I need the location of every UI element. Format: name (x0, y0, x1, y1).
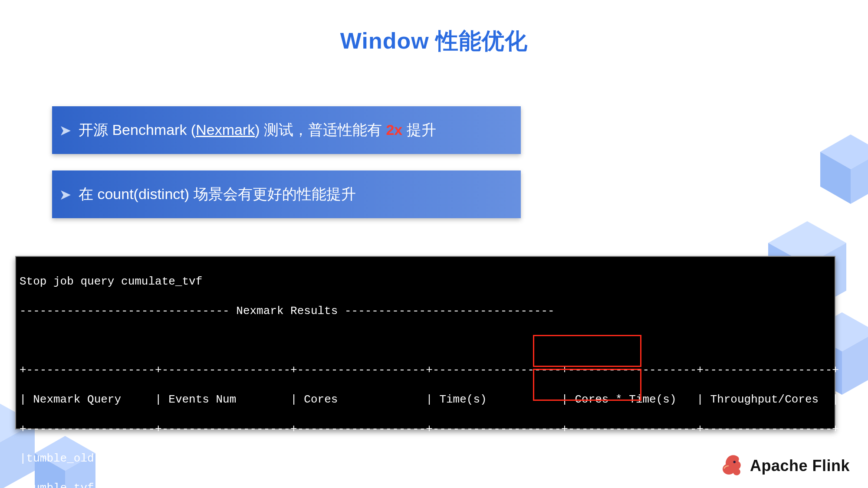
bullet2-text: 在 count(distinct) 场景会有更好的性能提升 (79, 184, 356, 204)
table-row: |tumble_tvf |100,000,000 |11.08 |46.406 … (20, 481, 831, 488)
chevron-right-icon: ➤ (60, 123, 71, 138)
slide-title: Window 性能优化 (0, 26, 868, 56)
terminal-sep: +-------------------+-------------------… (20, 422, 831, 436)
svg-point-15 (733, 461, 735, 463)
bullet1-text: 开源 Benchmark (Nexmark) 测试，普适性能有 2x 提升 (79, 120, 436, 140)
emphasis-2x: 2x (386, 121, 402, 138)
terminal-output: Stop job query cumulate_tvf ------------… (15, 256, 835, 429)
terminal-sep: +-------------------+-------------------… (20, 363, 831, 377)
bullet-benchmark: ➤ 开源 Benchmark (Nexmark) 测试，普适性能有 2x 提升 (52, 106, 521, 154)
terminal-header-row: | Nexmark Query | Events Num | Cores | T… (20, 392, 831, 407)
apache-flink-logo: Apache Flink (719, 453, 850, 478)
bullet-count-distinct: ➤ 在 count(distinct) 场景会有更好的性能提升 (52, 170, 521, 218)
terminal-results-header: ------------------------------- Nexmark … (20, 304, 831, 318)
chevron-right-icon: ➤ (60, 187, 71, 202)
nexmark-link[interactable]: Nexmark (196, 121, 255, 138)
flink-squirrel-icon (719, 453, 744, 478)
apache-flink-text: Apache Flink (750, 457, 850, 475)
terminal-stop-line: Stop job query cumulate_tvf (20, 274, 831, 289)
table-row: |tumble_old |100,000,000 |11.84 |105.721… (20, 451, 831, 466)
